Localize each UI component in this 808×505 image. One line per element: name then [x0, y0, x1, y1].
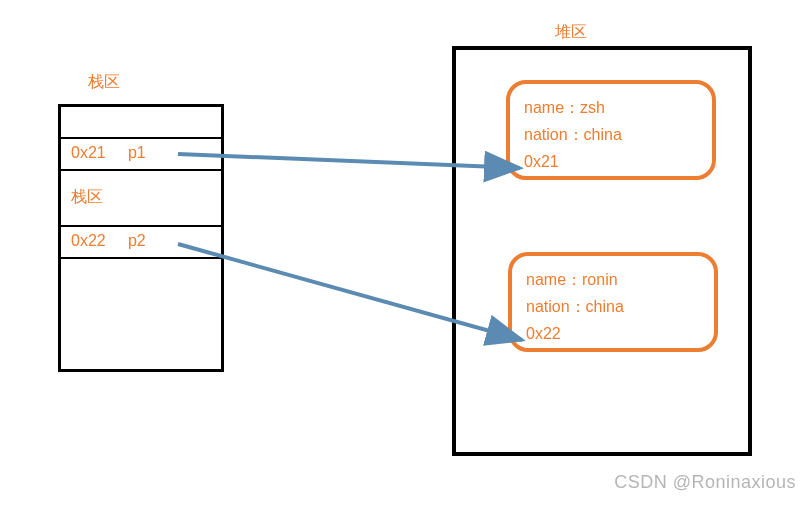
stack-p1-addr: 0x21	[71, 144, 106, 161]
stack-p2-var: p2	[128, 232, 146, 249]
stack-p1-var: p1	[128, 144, 146, 161]
stack-row-empty-top	[61, 107, 221, 139]
stack-inner-label: 栈区	[71, 188, 103, 205]
stack-p2-addr: 0x22	[71, 232, 106, 249]
obj1-nation-label: nation：	[524, 126, 584, 143]
obj1-name-value: zsh	[580, 99, 605, 116]
obj2-name-line: name：ronin	[526, 266, 700, 293]
heap-area-title: 堆区	[555, 22, 587, 43]
obj1-addr: 0x21	[524, 148, 698, 175]
obj2-nation-value: china	[586, 298, 624, 315]
stack-row-empty-bottom	[61, 259, 221, 369]
stack-row-p2: 0x22 p2	[61, 227, 221, 259]
heap-object-2: name：ronin nation：china 0x22	[508, 252, 718, 352]
obj1-name-line: name：zsh	[524, 94, 698, 121]
watermark: CSDN @Roninaxious	[614, 472, 796, 493]
stack-inner-label-row: 栈区	[61, 171, 221, 227]
stack-row-p1: 0x21 p1	[61, 139, 221, 171]
heap-object-1: name：zsh nation：china 0x21	[506, 80, 716, 180]
obj2-addr: 0x22	[526, 320, 700, 347]
stack-area-title: 栈区	[88, 72, 120, 93]
obj2-nation-label: nation：	[526, 298, 586, 315]
obj1-name-label: name：	[524, 99, 580, 116]
obj1-nation-value: china	[584, 126, 622, 143]
obj2-name-label: name：	[526, 271, 582, 288]
obj1-nation-line: nation：china	[524, 121, 698, 148]
obj2-name-value: ronin	[582, 271, 618, 288]
obj2-nation-line: nation：china	[526, 293, 700, 320]
stack-box: 0x21 p1 栈区 0x22 p2	[58, 104, 224, 372]
